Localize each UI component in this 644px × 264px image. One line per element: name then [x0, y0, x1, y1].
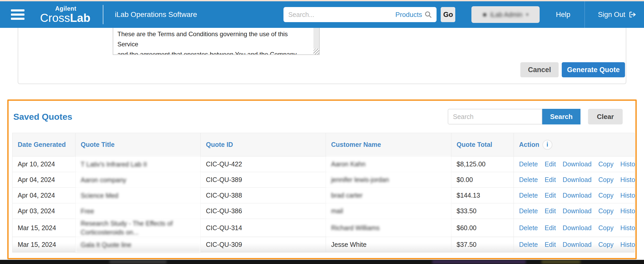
- cell-quote-title: Free: [75, 203, 201, 219]
- cell-date-generated: Apr 04, 2024: [12, 188, 75, 203]
- saved-quotes-search-group: Search Clear: [448, 109, 623, 124]
- action-download-link[interactable]: Download: [563, 207, 591, 215]
- saved-quotes-search-input[interactable]: [448, 109, 542, 124]
- cell-quote-total: $8,125.00: [451, 156, 514, 172]
- action-download-link[interactable]: Download: [563, 224, 591, 231]
- action-copy-link[interactable]: Copy: [598, 176, 614, 183]
- sign-out-label: Sign Out: [598, 11, 625, 19]
- logo-crosslab-text: CrossLab: [40, 12, 90, 24]
- action-download-link[interactable]: Download: [563, 160, 591, 168]
- cell-customer-name: mail: [326, 203, 451, 219]
- header-vertical-divider: [584, 1, 585, 28]
- user-menu-button[interactable]: ■ iLab Admin ▾: [471, 6, 540, 23]
- action-history-link[interactable]: History: [620, 224, 637, 231]
- column-header-date-generated: Date Generated: [12, 133, 75, 156]
- go-button[interactable]: Go: [441, 7, 455, 22]
- action-edit-link[interactable]: Edit: [545, 207, 556, 215]
- action-history-link[interactable]: History: [620, 241, 637, 248]
- action-edit-link[interactable]: Edit: [545, 176, 556, 183]
- cell-actions: DeleteEditDownloadCopyHistory: [514, 172, 635, 188]
- generate-quote-button[interactable]: Generate Quote: [562, 62, 625, 77]
- action-delete-link[interactable]: Delete: [519, 241, 538, 248]
- cell-customer-name: Aaron Kahn: [326, 156, 451, 172]
- terms-and-conditions-textarea[interactable]: These are the Terms and Conditions gover…: [113, 28, 320, 55]
- column-header-quote-title: Quote Title: [75, 133, 201, 156]
- chevron-down-icon: ▾: [526, 12, 528, 17]
- search-icon: [425, 11, 432, 18]
- saved-quotes-section: Saved Quotes Search Clear Date Generated…: [7, 99, 637, 259]
- app-title: iLab Operations Software: [115, 10, 197, 19]
- cell-quote-total: $144.13: [451, 188, 514, 203]
- action-delete-link[interactable]: Delete: [519, 192, 538, 199]
- cell-actions: DeleteEditDownloadCopyHistory: [514, 156, 635, 172]
- cell-quote-title: T Lativ's Infrared Lab II: [75, 156, 201, 172]
- help-link[interactable]: Help: [556, 11, 570, 19]
- cell-actions: DeleteEditDownloadCopyHistory: [514, 203, 635, 219]
- cell-customer-name: Jesse White: [326, 237, 451, 253]
- action-delete-link[interactable]: Delete: [519, 207, 538, 215]
- cell-quote-title: Gala It Quote line: [75, 237, 201, 253]
- action-history-link[interactable]: History: [620, 192, 637, 199]
- cell-actions: DeleteEditDownloadCopyHistory: [514, 188, 635, 203]
- clipped-bottom-row: [0, 260, 644, 264]
- action-edit-link[interactable]: Edit: [545, 224, 556, 231]
- action-edit-link[interactable]: Edit: [545, 241, 556, 248]
- action-edit-link[interactable]: Edit: [545, 160, 556, 168]
- action-download-link[interactable]: Download: [563, 241, 591, 248]
- table-row: Mar 15, 2024 Gala It Quote line CIC-QU-3…: [12, 237, 635, 253]
- action-delete-link[interactable]: Delete: [519, 160, 538, 168]
- cell-customer-name: jennifer lewis-jordan: [326, 172, 451, 188]
- saved-quotes-title: Saved Quotes: [13, 112, 72, 122]
- agilent-crosslab-logo[interactable]: Agilent CrossLab: [40, 6, 90, 24]
- logo-agilent-text: Agilent: [55, 6, 90, 12]
- header-divider: [103, 5, 103, 24]
- table-header-row: Date Generated Quote Title Quote ID Cust…: [12, 133, 635, 156]
- cell-quote-total: $60.00: [451, 219, 514, 237]
- sign-out-icon: [629, 11, 636, 18]
- cell-quote-id: CIC-QU-388: [201, 188, 326, 203]
- cell-quote-title: Science Med: [75, 188, 201, 203]
- action-copy-link[interactable]: Copy: [598, 207, 614, 215]
- terms-text: These are the Terms and Conditions gover…: [117, 29, 310, 55]
- cell-quote-total: $0.00: [451, 172, 514, 188]
- header-search-input[interactable]: [288, 11, 395, 18]
- action-history-link[interactable]: History: [620, 207, 637, 215]
- clipped-content-blob: [432, 260, 526, 263]
- action-copy-link[interactable]: Copy: [598, 224, 614, 231]
- cell-date-generated: Mar 15, 2024: [12, 219, 75, 237]
- action-history-link[interactable]: History: [620, 160, 637, 168]
- action-edit-link[interactable]: Edit: [545, 192, 556, 199]
- info-icon[interactable]: i: [542, 140, 552, 150]
- action-history-link[interactable]: History: [620, 176, 637, 183]
- action-delete-link[interactable]: Delete: [519, 224, 538, 231]
- search-category-products[interactable]: Products: [395, 11, 422, 19]
- table-row: Mar 15, 2024 Research Study - The Effect…: [12, 219, 635, 237]
- cell-actions: DeleteEditDownloadCopyHistory: [514, 237, 635, 253]
- cancel-button[interactable]: Cancel: [520, 62, 559, 77]
- panel-buttons: Cancel Generate Quote: [520, 62, 625, 77]
- header-search-box: Products: [283, 7, 437, 22]
- app-header: Agilent CrossLab iLab Operations Softwar…: [0, 1, 644, 28]
- action-copy-link[interactable]: Copy: [598, 192, 614, 199]
- cell-quote-total: $37.50: [451, 237, 514, 253]
- action-copy-link[interactable]: Copy: [598, 241, 614, 248]
- sign-out-link[interactable]: Sign Out: [598, 11, 636, 19]
- cell-quote-id: CIC-QU-386: [201, 203, 326, 219]
- cell-quote-title: Research Study - The Effects of Corticos…: [75, 219, 201, 237]
- generate-quote-panel: These are the Terms and Conditions gover…: [18, 28, 626, 84]
- saved-quotes-clear-button[interactable]: Clear: [588, 109, 623, 124]
- column-header-quote-total: Quote Total: [451, 133, 514, 156]
- cell-date-generated: Mar 15, 2024: [12, 237, 75, 253]
- action-delete-link[interactable]: Delete: [519, 176, 538, 183]
- action-copy-link[interactable]: Copy: [598, 160, 614, 168]
- table-row: Apr 03, 2024 Free CIC-QU-386 mail $33.50…: [12, 203, 635, 219]
- user-name: iLab Admin: [490, 11, 522, 18]
- saved-quotes-search-button[interactable]: Search: [542, 109, 580, 124]
- action-download-link[interactable]: Download: [563, 176, 591, 183]
- cell-customer-name: brad carter: [326, 188, 451, 203]
- textarea-resize-handle[interactable]: [313, 49, 319, 54]
- action-download-link[interactable]: Download: [563, 192, 591, 199]
- hamburger-menu-icon[interactable]: [11, 9, 24, 20]
- column-header-customer-name: Customer Name: [326, 133, 451, 156]
- user-icon: ■: [483, 11, 487, 18]
